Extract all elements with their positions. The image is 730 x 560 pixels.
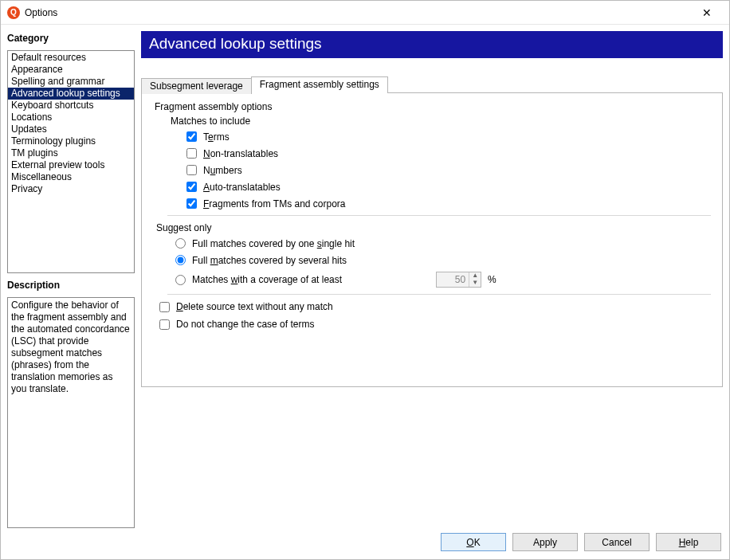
category-item[interactable]: External preview tools bbox=[8, 159, 134, 171]
tab-panel: Fragment assembly options Matches to inc… bbox=[141, 92, 723, 387]
app-icon: Q bbox=[7, 6, 20, 19]
description-label: Description bbox=[7, 280, 135, 291]
category-item[interactable]: Miscellaneous bbox=[8, 171, 134, 183]
percent-label: % bbox=[488, 274, 496, 285]
check-delete-source-box[interactable] bbox=[159, 302, 170, 312]
sidebar: Category Default resourcesAppearanceSpel… bbox=[7, 31, 135, 528]
panel-title: Advanced lookup settings bbox=[141, 31, 723, 58]
spinner-buttons[interactable]: ▲ ▼ bbox=[469, 272, 481, 287]
suggest-label: Suggest only bbox=[156, 222, 711, 233]
window-title: Options bbox=[25, 7, 57, 18]
radio-several-hits-input[interactable] bbox=[175, 255, 186, 265]
tab-subsegment-leverage[interactable]: Subsegment leverage bbox=[141, 78, 252, 94]
category-label: Category bbox=[7, 33, 135, 44]
category-item[interactable]: Terminology plugins bbox=[8, 135, 134, 147]
check-numbers[interactable]: Numbers bbox=[186, 165, 711, 175]
group-label: Fragment assembly options bbox=[153, 101, 711, 112]
apply-button[interactable]: Apply bbox=[512, 533, 578, 551]
category-item[interactable]: Default resources bbox=[8, 52, 134, 64]
radio-several-hits[interactable]: Full matches covered by several hits bbox=[175, 255, 711, 265]
ok-button[interactable]: OK bbox=[441, 533, 506, 551]
radio-one-hit-input[interactable] bbox=[175, 238, 186, 249]
separator-2 bbox=[167, 294, 711, 295]
radio-coverage-label: Matches with a coverage of at least bbox=[192, 274, 342, 285]
check-terms-label: Terms bbox=[203, 132, 230, 142]
tab-strip: Subsegment leverage Fragment assembly se… bbox=[141, 76, 723, 93]
check-terms-box[interactable] bbox=[186, 131, 197, 142]
category-item[interactable]: Updates bbox=[8, 123, 134, 135]
check-fragments-box[interactable] bbox=[186, 198, 197, 209]
category-item[interactable]: Spelling and grammar bbox=[8, 76, 134, 88]
check-nontranslatables-box[interactable] bbox=[186, 148, 197, 159]
check-delete-source[interactable]: Delete source text without any match bbox=[159, 301, 711, 312]
radio-one-hit[interactable]: Full matches covered by one single hit bbox=[175, 238, 711, 249]
radio-coverage-input[interactable] bbox=[175, 275, 186, 285]
close-button[interactable]: ✕ bbox=[691, 2, 723, 24]
dialog-buttons: OK Apply Cancel Help bbox=[1, 528, 729, 558]
check-case-box[interactable] bbox=[159, 319, 170, 330]
check-autotranslatables-box[interactable] bbox=[186, 182, 197, 192]
check-nontranslatables[interactable]: Non-translatables bbox=[186, 148, 711, 159]
check-delete-source-label: Delete source text without any match bbox=[176, 301, 333, 312]
check-autotranslatables[interactable]: Auto-translatables bbox=[186, 182, 711, 192]
category-item[interactable]: TM plugins bbox=[8, 147, 134, 159]
check-numbers-label: Numbers bbox=[203, 166, 242, 175]
check-case[interactable]: Do not change the case of terms bbox=[159, 319, 711, 330]
separator bbox=[167, 215, 711, 216]
check-case-label: Do not change the case of terms bbox=[176, 319, 314, 330]
title-bar: Q Options ✕ bbox=[1, 1, 729, 25]
category-list[interactable]: Default resourcesAppearanceSpelling and … bbox=[7, 50, 135, 273]
category-item[interactable]: Locations bbox=[8, 112, 134, 123]
main-panel: Advanced lookup settings Subsegment leve… bbox=[141, 31, 723, 528]
check-nontranslatables-label: Non-translatables bbox=[203, 149, 278, 159]
matches-label: Matches to include bbox=[171, 116, 711, 127]
spinner-down-icon[interactable]: ▼ bbox=[469, 280, 481, 287]
check-terms[interactable]: Terms bbox=[186, 131, 711, 142]
radio-one-hit-label: Full matches covered by one single hit bbox=[192, 239, 355, 249]
check-fragments[interactable]: Fragments from TMs and corpora bbox=[186, 198, 711, 209]
check-autotranslatables-label: Auto-translatables bbox=[203, 182, 281, 192]
category-item[interactable]: Privacy bbox=[8, 183, 134, 195]
check-fragments-label: Fragments from TMs and corpora bbox=[203, 199, 346, 209]
tab-fragment-assembly[interactable]: Fragment assembly settings bbox=[251, 76, 388, 93]
cancel-button[interactable]: Cancel bbox=[584, 533, 650, 551]
category-item[interactable]: Appearance bbox=[8, 64, 134, 76]
coverage-spinner[interactable]: ▲ ▼ bbox=[436, 272, 481, 288]
check-numbers-box[interactable] bbox=[186, 165, 197, 175]
description-text: Configure the behavior of the fragment a… bbox=[7, 297, 135, 528]
category-item[interactable]: Advanced lookup settings bbox=[8, 88, 134, 100]
coverage-value[interactable] bbox=[437, 272, 469, 287]
category-item[interactable]: Keyboard shortcuts bbox=[8, 100, 134, 112]
help-button[interactable]: Help bbox=[656, 533, 721, 551]
radio-several-hits-label: Full matches covered by several hits bbox=[192, 256, 347, 265]
radio-coverage[interactable]: Matches with a coverage of at least ▲ ▼ … bbox=[175, 272, 711, 288]
